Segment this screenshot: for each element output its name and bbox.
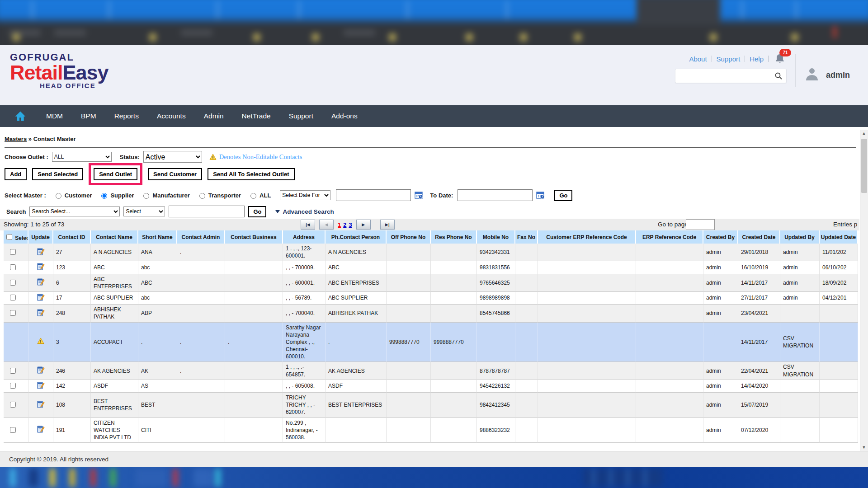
pagination-bar: Showing: 1 to 25 of 73 |◀ ◀ 123 ▶ ▶| Go … (0, 219, 859, 230)
radio-input-customer[interactable] (56, 193, 61, 199)
update-icon[interactable] (37, 403, 45, 409)
cell-contact-name: ABHISHEK PATHAK (91, 305, 138, 322)
nav-item-nettrade[interactable]: NetTrade (242, 112, 271, 120)
cell-update (28, 274, 53, 292)
first-page-button[interactable]: |◀ (301, 220, 315, 230)
about-link[interactable]: About (689, 55, 707, 63)
add-button[interactable]: Add (5, 168, 27, 180)
breadcrumb-parent-link[interactable]: Masters (5, 136, 27, 142)
cell-mobile-no: 9898989898 (477, 292, 515, 305)
master-radio-customer[interactable]: Customer (53, 192, 92, 199)
update-icon[interactable] (37, 384, 45, 390)
radio-input-all[interactable] (250, 193, 256, 199)
nav-item-accounts[interactable]: Accounts (157, 112, 186, 120)
cell-fax-no (515, 362, 538, 380)
cell-created-date: 14/11/2017 (738, 274, 780, 292)
advanced-search-link[interactable]: Advanced Search (275, 208, 334, 215)
row-checkbox[interactable] (10, 310, 16, 316)
row-checkbox[interactable] (10, 264, 16, 270)
page-link-2[interactable]: 2 (343, 221, 346, 228)
outlet-select[interactable]: ALL (52, 152, 112, 162)
radio-input-manufacturer[interactable] (143, 193, 149, 199)
update-icon[interactable] (37, 265, 45, 272)
prev-page-button[interactable]: ◀ (319, 220, 334, 230)
showing-count-label: Showing: 1 to 25 of 73 (4, 221, 64, 228)
nav-item-mdm[interactable]: MDM (46, 112, 63, 120)
row-checkbox[interactable] (10, 368, 16, 374)
master-radio-manufacturer[interactable]: Manufacturer (141, 192, 189, 199)
update-icon[interactable] (37, 369, 45, 375)
vertical-scrollbar[interactable]: ▲ ▼ (860, 130, 868, 451)
page-link-1[interactable]: 1 (338, 221, 341, 228)
to-date-input[interactable] (458, 189, 533, 201)
send-all-to-selected-outlet-button[interactable]: Send All To Selected Outlet (208, 168, 294, 180)
from-date-input[interactable] (336, 189, 411, 201)
send-selected-button[interactable]: Send Selected (32, 168, 83, 180)
cell-contact-name: ACCUPACT (91, 323, 138, 362)
master-radio-all[interactable]: ALL (248, 192, 271, 199)
user-menu[interactable]: admin (804, 67, 850, 83)
scrollbar-thumb[interactable] (861, 139, 867, 193)
home-icon[interactable] (14, 111, 28, 122)
search-icon[interactable] (774, 72, 786, 80)
header-search-input[interactable] (675, 70, 774, 82)
cell-select (4, 418, 28, 443)
cell-ph-contact-person: BEST ENTERPRISES (326, 393, 387, 418)
row-checkbox[interactable] (10, 427, 16, 433)
goto-page-input[interactable] (686, 219, 715, 230)
cell-created-by: admin (703, 418, 738, 443)
radio-input-supplier[interactable] (101, 193, 107, 199)
cell-contact-name: CITIZEN WATCHES INDIA PVT LTD (91, 418, 138, 443)
search-field-select[interactable]: Search Select... (29, 206, 120, 216)
update-icon[interactable] (37, 428, 45, 434)
update-icon[interactable] (37, 311, 45, 318)
nav-item-reports[interactable]: Reports (114, 112, 139, 120)
calendar-icon[interactable] (536, 191, 545, 200)
notifications-bell-icon[interactable]: 71 (775, 53, 787, 64)
nav-item-admin[interactable]: Admin (204, 112, 224, 120)
table-row: 246AK AGENCIESAK.1 . , ., .- 654857.AK A… (4, 362, 858, 380)
support-link[interactable]: Support (717, 55, 741, 63)
last-page-button[interactable]: ▶| (380, 220, 395, 230)
row-checkbox[interactable] (10, 402, 16, 408)
scroll-up-icon[interactable]: ▲ (862, 131, 866, 136)
radio-input-transporter[interactable] (199, 193, 205, 199)
send-outlet-button[interactable]: Send Outlet (94, 168, 137, 180)
nav-item-support[interactable]: Support (289, 112, 313, 120)
search-condition-select[interactable]: Select (123, 206, 165, 216)
calendar-icon[interactable] (415, 191, 424, 200)
cell-address: , , - 700009. (283, 261, 326, 274)
next-page-button[interactable]: ▶ (356, 220, 371, 230)
cell-fax-no (515, 292, 538, 305)
status-select[interactable]: Active (143, 151, 202, 163)
update-icon[interactable] (37, 281, 45, 287)
help-link[interactable]: Help (750, 55, 764, 63)
cell-updated-date (820, 305, 858, 322)
cell-select (4, 323, 28, 362)
row-checkbox[interactable] (10, 383, 16, 389)
row-checkbox[interactable] (10, 249, 16, 255)
master-radio-transporter[interactable]: Transporter (197, 192, 241, 199)
page-link-3[interactable]: 3 (349, 221, 352, 228)
search-go-button[interactable]: Go (248, 206, 266, 217)
select-date-for-select[interactable]: Select Date For (280, 190, 330, 200)
search-query-input[interactable] (169, 206, 245, 217)
header-search-box[interactable] (675, 69, 787, 83)
date-go-button[interactable]: Go (554, 190, 572, 201)
cell-short-name: abc (138, 261, 177, 274)
update-icon[interactable] (37, 296, 45, 302)
col-header-update: Update (28, 230, 53, 244)
row-checkbox[interactable] (10, 295, 16, 300)
update-icon[interactable] (37, 250, 45, 257)
cell-update (28, 393, 53, 418)
send-customer-button[interactable]: Send Customer (148, 168, 202, 180)
nav-item-bpm[interactable]: BPM (81, 112, 96, 120)
col-header-erp-reference-code: ERP Reference Code (636, 230, 703, 244)
nav-item-add-ons[interactable]: Add-ons (331, 112, 358, 120)
scroll-down-icon[interactable]: ▼ (862, 445, 866, 450)
master-radio-supplier[interactable]: Supplier (99, 192, 134, 199)
select-all-checkbox[interactable] (6, 234, 12, 240)
cell-res-phone-no (431, 261, 477, 274)
row-checkbox[interactable] (10, 280, 16, 286)
cell-created-date: 23/04/2021 (738, 305, 780, 322)
